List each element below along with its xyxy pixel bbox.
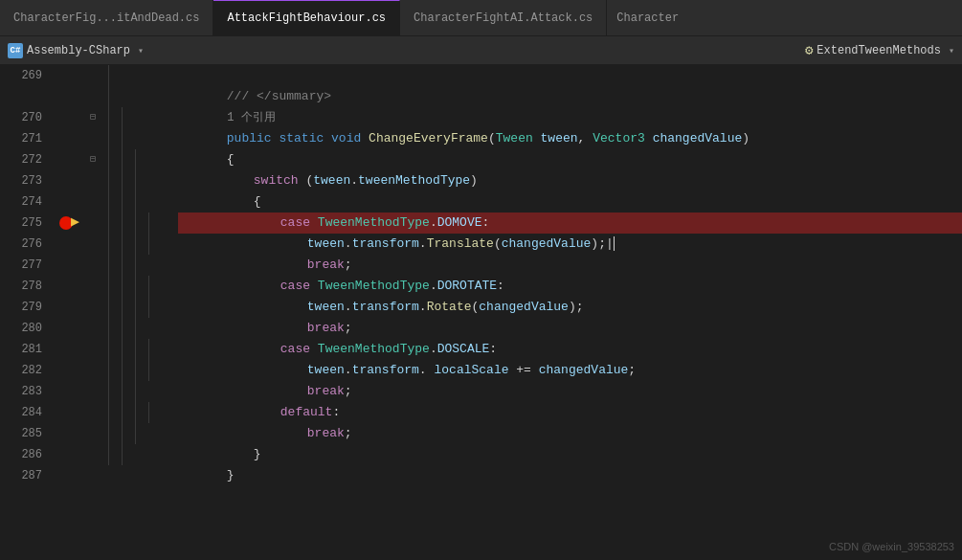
assembly-name: Assembly-CSharp: [27, 44, 130, 57]
collapse-276: [84, 234, 101, 255]
code-line-274: case TweenMethodType.DOMOVE:: [178, 191, 962, 213]
tab-characterfig[interactable]: CharacterFig...itAndDead.cs: [0, 0, 213, 35]
collapse-269: [84, 65, 101, 86]
code-line-269: /// </summary>: [178, 65, 962, 86]
margin-276: [57, 234, 84, 255]
collapse-282: [84, 360, 101, 381]
line-279: 279: [0, 297, 50, 318]
collapse-285: [84, 423, 101, 444]
line-281: 281: [0, 339, 50, 360]
line-287: 287: [0, 465, 50, 486]
line-278: 278: [0, 276, 50, 297]
assembly-dropdown-arrow: ▾: [138, 45, 144, 56]
margin-281: [57, 339, 84, 360]
margin-279: [57, 297, 84, 318]
guide-col-3: [128, 65, 142, 560]
collapse-278: [84, 276, 101, 297]
collapse-272[interactable]: ⊟: [84, 149, 101, 170]
code-content-wrapper[interactable]: /// </summary> 1 个引用 public static void …: [178, 65, 962, 560]
guide-col-2: [115, 65, 128, 560]
assembly-icon: C#: [8, 43, 23, 58]
code-line-287: [178, 465, 962, 486]
line-272: 272: [0, 149, 50, 170]
method-name: ExtendTweenMethods: [817, 44, 941, 57]
collapse-281: [84, 339, 101, 360]
line-282: 282: [0, 360, 50, 381]
collapse-284: [84, 402, 101, 423]
collapse-274: [84, 191, 101, 213]
collapse-column: ⊟ ⊟: [84, 65, 101, 560]
tab-character-label: Character: [616, 11, 679, 25]
collapse-273: [84, 170, 101, 191]
margin-278: [57, 276, 84, 297]
tab-characterfightai-label: CharacterFightAI.Attack.cs: [414, 11, 593, 25]
toolbar: C# Assembly-CSharp ▾ ⚙ ExtendTweenMethod…: [0, 36, 962, 65]
collapse-270[interactable]: ⊟: [84, 107, 101, 128]
collapse-280: [84, 318, 101, 339]
margin-277: [57, 255, 84, 276]
line-285: 285: [0, 423, 50, 444]
margin-275: ▶: [57, 213, 84, 234]
line-271: 271: [0, 128, 50, 149]
guide-col-5: [155, 65, 168, 560]
line-273: 273: [0, 170, 50, 191]
margin-286: [57, 444, 84, 465]
guide-col-4: [142, 65, 155, 560]
line-ref: [0, 86, 50, 107]
indent-guides: [101, 65, 178, 560]
watermark: CSDN @weixin_39538253: [829, 541, 954, 552]
line-274: 274: [0, 191, 50, 213]
collapse-283: [84, 381, 101, 402]
margin-271: [57, 128, 84, 149]
collapse-275: [84, 213, 101, 234]
collapse-286: [84, 444, 101, 465]
line-283: 283: [0, 381, 50, 402]
left-margin: ▶: [57, 65, 84, 560]
assembly-selector[interactable]: C# Assembly-CSharp ▾: [8, 43, 797, 58]
tab-character[interactable]: Character: [607, 0, 962, 35]
collapse-287: [84, 465, 101, 486]
tab-attackfight-label: AttackFightBehaviour.cs: [227, 11, 386, 25]
margin-272: [57, 149, 84, 170]
method-dropdown-arrow: ▾: [949, 45, 954, 56]
code-line-286: }: [178, 444, 962, 465]
line-numbers: 269 270 271 272 273 274 275 276 277 278 …: [0, 65, 57, 560]
collapse-271: [84, 128, 101, 149]
tab-attackfight[interactable]: AttackFightBehaviour.cs: [213, 0, 400, 35]
method-icon: ⚙: [805, 42, 813, 58]
debug-arrow-275: ▶: [71, 213, 79, 234]
margin-284: [57, 402, 84, 423]
margin-282: [57, 360, 84, 381]
line-269: 269: [0, 65, 50, 86]
method-selector[interactable]: ⚙ ExtendTweenMethods ▾: [805, 42, 954, 58]
tab-characterfightai[interactable]: CharacterFightAI.Attack.cs: [400, 0, 607, 35]
tab-bar: CharacterFig...itAndDead.cs AttackFightB…: [0, 0, 962, 36]
margin-280: [57, 318, 84, 339]
line-280: 280: [0, 318, 50, 339]
line-270: 270: [0, 107, 50, 128]
margin-273: [57, 170, 84, 191]
line-275: 275: [0, 213, 50, 234]
margin-274: [57, 191, 84, 213]
line-286: 286: [0, 444, 50, 465]
line-276: 276: [0, 234, 50, 255]
line-284: 284: [0, 402, 50, 423]
margin-287: [57, 465, 84, 486]
code-line-272: switch (tween.tweenMethodType): [178, 149, 962, 170]
margin-285: [57, 423, 84, 444]
margin-ref: [57, 86, 84, 107]
tab-characterfig-label: CharacterFig...itAndDead.cs: [13, 11, 199, 25]
collapse-279: [84, 297, 101, 318]
margin-283: [57, 381, 84, 402]
code-line-270: public static void ChangeEveryFrame(Twee…: [178, 107, 962, 128]
margin-269: [57, 65, 84, 86]
collapse-277: [84, 255, 101, 276]
line-277: 277: [0, 255, 50, 276]
margin-270: [57, 107, 84, 128]
guide-col-1: [101, 65, 115, 560]
code-area: 269 270 271 272 273 274 275 276 277 278 …: [0, 65, 962, 560]
collapse-ref: [84, 86, 101, 107]
